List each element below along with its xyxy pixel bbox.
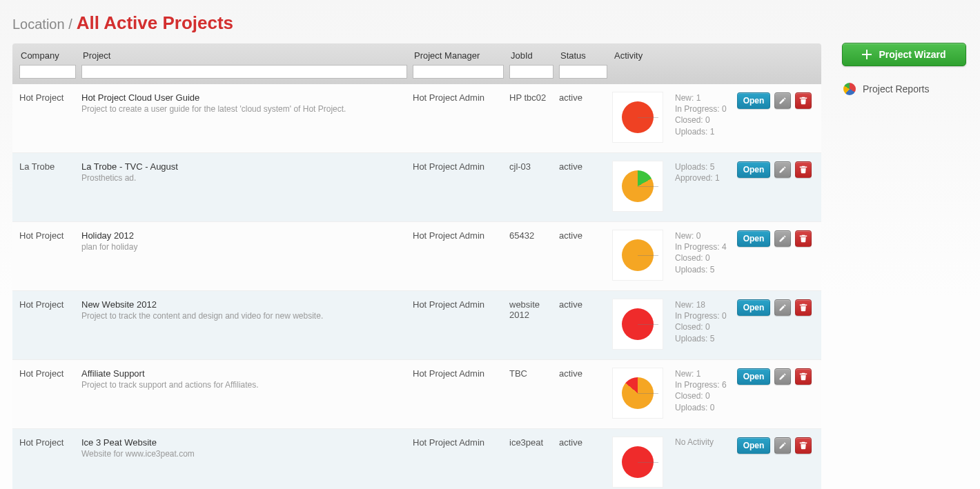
cell-activity (610, 161, 672, 211)
activity-pie-icon (622, 377, 654, 409)
activity-pie-icon (622, 308, 654, 340)
activity-summary: New: 0In Progress: 4Closed: 0Uploads: 5 (675, 230, 732, 275)
cell-project: Ice 3 Peat Website Website for www.ice3p… (79, 437, 410, 459)
delete-button[interactable] (795, 299, 812, 316)
filter-jobid-input[interactable] (509, 65, 553, 79)
cell-activity (610, 230, 672, 280)
open-button[interactable]: Open (737, 437, 770, 454)
cell-project: New Website 2012 Project to track the co… (79, 299, 410, 321)
activity-summary: New: 1In Progress: 0Closed: 0Uploads: 1 (675, 92, 732, 137)
breadcrumb: Location / All Active Projects (12, 12, 821, 34)
filter-status-input[interactable] (559, 65, 607, 79)
trash-icon (799, 166, 807, 174)
cell-status: active (556, 161, 610, 172)
cell-jobid: cjl-03 (507, 161, 556, 172)
pencil-icon (778, 303, 787, 312)
cell-project: Holiday 2012 plan for holiday (79, 230, 410, 252)
edit-button[interactable] (774, 437, 791, 454)
table-row: Hot Project Affiliate Support Project to… (12, 360, 821, 429)
project-title: La Trobe - TVC - August (81, 161, 407, 172)
trash-icon (799, 97, 807, 105)
delete-button[interactable] (795, 437, 812, 454)
table-row: Hot Project Holiday 2012 plan for holida… (12, 222, 821, 291)
trash-icon (799, 441, 807, 450)
delete-button[interactable] (795, 92, 812, 109)
project-wizard-button[interactable]: Project Wizard (842, 43, 966, 66)
pie-chart-icon (843, 83, 856, 95)
open-button[interactable]: Open (737, 299, 770, 316)
activity-pie-icon (622, 239, 654, 271)
cell-manager: Hot Project Admin (410, 230, 507, 241)
table-row: Hot Project New Website 2012 Project to … (12, 291, 821, 360)
table-header: Company Project Project Manager JobId St… (12, 43, 821, 84)
cell-jobid: 65432 (507, 230, 556, 241)
page-title: All Active Projects (77, 12, 233, 34)
cell-project: Affiliate Support Project to track suppo… (79, 368, 410, 390)
cell-company: Hot Project (17, 299, 79, 310)
pencil-icon (778, 97, 787, 105)
cell-company: La Trobe (17, 161, 79, 172)
activity-summary: No Activity (675, 437, 732, 447)
edit-button[interactable] (774, 161, 791, 178)
project-title: Ice 3 Peat Website (81, 437, 407, 448)
project-description: Project to create a user guide for the l… (81, 104, 407, 114)
project-title: Hot Project Cloud User Guide (81, 92, 407, 103)
activity-summary: New: 18In Progress: 0Closed: 0Uploads: 5 (675, 299, 732, 344)
table-row: La Trobe La Trobe - TVC - August Prosthe… (12, 153, 821, 222)
col-jobid-label: JobId (509, 48, 553, 62)
activity-summary: New: 1In Progress: 6Closed: 0Uploads: 0 (675, 368, 732, 413)
delete-button[interactable] (795, 161, 812, 178)
activity-pie-icon (622, 101, 654, 133)
table-row: Hot Project Ice 3 Peat Website Website f… (12, 429, 821, 489)
pencil-icon (778, 166, 787, 174)
delete-button[interactable] (795, 368, 812, 385)
open-button[interactable]: Open (737, 368, 770, 385)
breadcrumb-location: Location / (12, 17, 72, 32)
cell-company: Hot Project (17, 92, 79, 103)
open-button[interactable]: Open (737, 161, 770, 178)
filter-company-input[interactable] (19, 65, 76, 79)
cell-manager: Hot Project Admin (410, 161, 507, 172)
table-row: Hot Project Hot Project Cloud User Guide… (12, 84, 821, 153)
cell-status: active (556, 437, 610, 448)
edit-button[interactable] (774, 368, 791, 385)
col-manager-label: Project Manager (413, 48, 504, 62)
edit-button[interactable] (774, 230, 791, 247)
edit-button[interactable] (774, 299, 791, 316)
activity-pie-icon (622, 170, 654, 202)
pencil-icon (778, 372, 787, 381)
project-reports-label: Project Reports (863, 83, 929, 94)
cell-manager: Hot Project Admin (410, 437, 507, 448)
open-button[interactable]: Open (737, 230, 770, 247)
project-description: Project to track the content and design … (81, 311, 407, 321)
plus-icon (862, 50, 872, 59)
cell-jobid: TBC (507, 368, 556, 379)
trash-icon (799, 234, 807, 243)
col-company-label: Company (19, 48, 76, 62)
col-status-label: Status (559, 48, 607, 62)
pencil-icon (778, 234, 787, 243)
cell-jobid: ice3peat (507, 437, 556, 448)
cell-status: active (556, 92, 610, 103)
filter-project-input[interactable] (81, 65, 407, 79)
activity-pie-icon (622, 446, 654, 478)
project-reports-link[interactable]: Project Reports (842, 79, 966, 99)
filter-manager-input[interactable] (413, 65, 504, 79)
project-title: New Website 2012 (81, 299, 407, 310)
col-project-label: Project (81, 48, 407, 62)
delete-button[interactable] (795, 230, 812, 247)
project-title: Holiday 2012 (81, 230, 407, 241)
open-button[interactable]: Open (737, 92, 770, 109)
cell-activity (610, 368, 672, 418)
cell-manager: Hot Project Admin (410, 299, 507, 310)
cell-status: active (556, 368, 610, 379)
cell-activity (610, 299, 672, 349)
cell-company: Hot Project (17, 368, 79, 379)
col-activity-label: Activity (613, 48, 669, 62)
edit-button[interactable] (774, 92, 791, 109)
trash-icon (799, 303, 807, 312)
cell-project: Hot Project Cloud User Guide Project to … (79, 92, 410, 114)
project-description: Project to track support and actions for… (81, 380, 407, 390)
cell-activity (610, 437, 672, 487)
cell-manager: Hot Project Admin (410, 92, 507, 103)
